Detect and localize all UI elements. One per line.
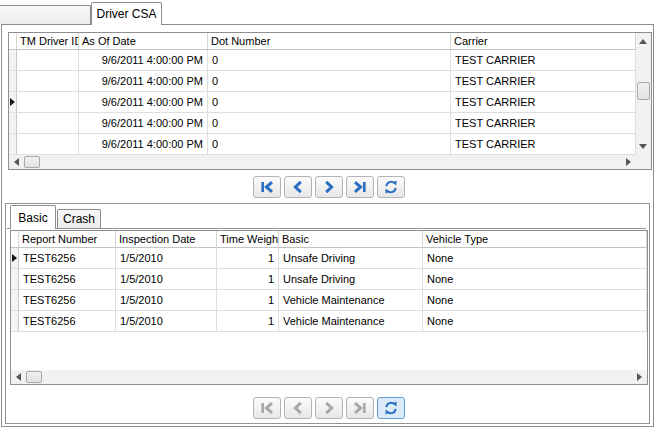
grid-cell[interactable]: 0 xyxy=(208,113,451,134)
row-header[interactable] xyxy=(9,50,17,71)
scroll-up-icon[interactable] xyxy=(639,39,647,44)
scroll-left-icon[interactable] xyxy=(16,373,21,381)
grid-cell[interactable]: 1 xyxy=(217,290,279,311)
move-next-icon xyxy=(321,400,337,416)
move-next-button[interactable] xyxy=(315,176,343,198)
grid-cell[interactable]: TEST CARRIER xyxy=(451,50,636,71)
grid-cell[interactable]: TEST CARRIER xyxy=(451,71,636,92)
grid-cell[interactable]: 1/5/2010 xyxy=(116,311,217,332)
grid-cell[interactable]: Unsafe Driving xyxy=(279,248,423,269)
column-header-basic[interactable]: Basic xyxy=(279,231,423,248)
grid-cell[interactable]: None xyxy=(423,248,647,269)
table-row: TEST62561/5/20101Unsafe DrivingNone xyxy=(11,269,647,290)
tab-crash[interactable]: Crash xyxy=(57,209,101,228)
scroll-right-icon[interactable] xyxy=(626,158,631,166)
grid-cell[interactable]: 1/5/2010 xyxy=(116,290,217,311)
column-header-as-of-date[interactable]: As Of Date xyxy=(79,33,208,50)
column-header-report-number[interactable]: Report Number xyxy=(19,231,116,248)
grid-cell[interactable] xyxy=(17,113,79,134)
grid-cell[interactable]: Vehicle Maintenance xyxy=(279,290,423,311)
tab-basic-label: Basic xyxy=(18,211,47,225)
grid-cell[interactable]: None xyxy=(423,290,647,311)
move-previous-icon xyxy=(290,179,306,195)
grid-cell[interactable] xyxy=(17,71,79,92)
grid-cell[interactable]: TEST CARRIER xyxy=(451,92,636,113)
scroll-down-icon[interactable] xyxy=(639,144,647,149)
move-first-button[interactable] xyxy=(253,397,281,419)
table-row: 9/6/2011 4:00:00 PM0TEST CARRIER xyxy=(9,113,651,134)
row-header[interactable] xyxy=(11,290,19,311)
table-row: TEST62561/5/20101Vehicle MaintenanceNone xyxy=(11,311,647,332)
vertical-scrollbar[interactable] xyxy=(636,33,651,155)
move-previous-button[interactable] xyxy=(284,397,312,419)
grid-cell[interactable]: 9/6/2011 4:00:00 PM xyxy=(79,50,208,71)
row-header[interactable] xyxy=(11,311,19,332)
grid-cell[interactable] xyxy=(17,50,79,71)
move-previous-icon xyxy=(290,400,306,416)
table-row: 9/6/2011 4:00:00 PM0TEST CARRIER xyxy=(9,92,651,113)
column-header-dot-number[interactable]: Dot Number xyxy=(208,33,451,50)
grid-cell[interactable]: 1/5/2010 xyxy=(116,269,217,290)
grid-cell[interactable]: Vehicle Maintenance xyxy=(279,311,423,332)
move-last-button[interactable] xyxy=(346,397,374,419)
refresh-icon xyxy=(383,400,399,416)
grid-cell[interactable]: TEST6256 xyxy=(19,248,116,269)
driver-csa-grid: TM Driver IDAs Of DateDot NumberCarrier9… xyxy=(8,32,652,170)
grid-cell[interactable]: 9/6/2011 4:00:00 PM xyxy=(79,113,208,134)
driver-csa-grid-content: TM Driver IDAs Of DateDot NumberCarrier9… xyxy=(9,33,651,155)
grid-cell[interactable]: 0 xyxy=(208,92,451,113)
grid-cell[interactable]: 1 xyxy=(217,248,279,269)
grid-cell[interactable]: TEST6256 xyxy=(19,311,116,332)
move-last-button[interactable] xyxy=(346,176,374,198)
grid-cell[interactable]: 9/6/2011 4:00:00 PM xyxy=(79,71,208,92)
grid-cell[interactable]: TEST CARRIER xyxy=(451,134,636,155)
grid-cell[interactable]: 0 xyxy=(208,50,451,71)
grid-corner xyxy=(9,33,17,50)
move-next-button[interactable] xyxy=(315,397,343,419)
refresh-button[interactable] xyxy=(377,397,405,419)
row-header[interactable] xyxy=(9,71,17,92)
grid-cell[interactable]: 1 xyxy=(217,311,279,332)
grid-cell[interactable]: TEST CARRIER xyxy=(451,113,636,134)
grid-cell[interactable]: None xyxy=(423,311,647,332)
horizontal-scrollbar[interactable] xyxy=(9,155,636,169)
horizontal-scrollbar[interactable] xyxy=(11,370,647,384)
tab-driver-csa[interactable]: Driver CSA xyxy=(91,2,162,25)
move-previous-button[interactable] xyxy=(284,176,312,198)
column-header-time-weight[interactable]: Time Weight xyxy=(217,231,279,248)
vertical-scrollbar-thumb[interactable] xyxy=(637,82,650,100)
row-header[interactable] xyxy=(9,134,17,155)
horizontal-scrollbar-thumb[interactable] xyxy=(24,156,40,168)
tab-unlabeled[interactable] xyxy=(0,5,91,24)
grid-cell[interactable]: 9/6/2011 4:00:00 PM xyxy=(79,134,208,155)
move-next-icon xyxy=(321,179,337,195)
grid-cell[interactable]: 0 xyxy=(208,134,451,155)
row-header[interactable] xyxy=(9,92,17,113)
grid-cell[interactable] xyxy=(17,134,79,155)
tab-basic[interactable]: Basic xyxy=(10,205,56,229)
refresh-icon xyxy=(383,179,399,195)
grid-cell[interactable] xyxy=(17,92,79,113)
scroll-right-icon[interactable] xyxy=(637,373,642,381)
row-header[interactable] xyxy=(11,248,19,269)
scroll-left-icon[interactable] xyxy=(14,158,19,166)
row-header[interactable] xyxy=(11,269,19,290)
move-first-button[interactable] xyxy=(253,176,281,198)
grid-cell[interactable]: 1 xyxy=(217,269,279,290)
column-header-inspection-date[interactable]: Inspection Date xyxy=(116,231,217,248)
table-row: 9/6/2011 4:00:00 PM0TEST CARRIER xyxy=(9,71,651,92)
grid-cell[interactable]: TEST6256 xyxy=(19,269,116,290)
grid-cell[interactable]: 0 xyxy=(208,71,451,92)
grid-cell[interactable]: None xyxy=(423,269,647,290)
grid-cell[interactable]: TEST6256 xyxy=(19,290,116,311)
grid-cell[interactable]: Unsafe Driving xyxy=(279,269,423,290)
horizontal-scrollbar-thumb[interactable] xyxy=(26,371,42,383)
column-header-carrier[interactable]: Carrier xyxy=(451,33,636,50)
column-header-tm-driver-id[interactable]: TM Driver ID xyxy=(17,33,79,50)
column-header-vehicle-type[interactable]: Vehicle Type xyxy=(423,231,647,248)
row-header[interactable] xyxy=(9,113,17,134)
grid-cell[interactable]: 1/5/2010 xyxy=(116,248,217,269)
grid-cell[interactable]: 9/6/2011 4:00:00 PM xyxy=(79,92,208,113)
refresh-button[interactable] xyxy=(377,176,405,198)
driver-binding-navigator xyxy=(253,176,405,198)
